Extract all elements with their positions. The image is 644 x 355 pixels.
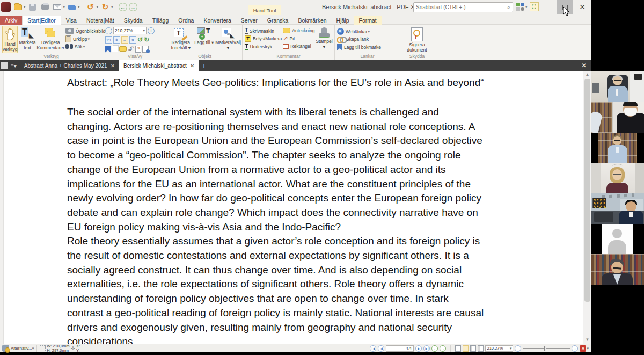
edit-content-button[interactable]: T Redigera Innehåll ▾ xyxy=(170,26,192,53)
page-size-icon xyxy=(40,345,46,351)
undo-button[interactable]: ↺ xyxy=(85,2,96,12)
statusbar-zoom-select[interactable]: 210,27%▾ xyxy=(485,345,513,352)
highlight-button[interactable]: TBelys/Markera xyxy=(245,35,282,42)
undo-dropdown[interactable]: ▾ xyxy=(97,5,99,9)
tab-list-menu-icon[interactable]: ≡▾ xyxy=(11,63,17,69)
snapshot-button[interactable]: Ögonblicksbild xyxy=(65,28,105,34)
redo-button[interactable]: ↻ xyxy=(100,2,111,12)
scroll-up-arrow[interactable]: ▲ xyxy=(583,71,591,78)
vertical-scrollbar[interactable]: ▲ ▼ xyxy=(583,71,591,344)
history-back-button[interactable]: ← xyxy=(119,3,127,11)
page-number-field[interactable]: 1/1 xyxy=(386,345,414,352)
properties-pane-icon[interactable] xyxy=(142,46,149,53)
open-dropdown[interactable]: ▾ xyxy=(24,5,26,9)
close-button[interactable]: ✕ xyxy=(574,0,590,14)
bookmarks-pane-icon[interactable] xyxy=(105,46,111,53)
zoom-in-button[interactable]: + xyxy=(148,27,155,34)
pdf-xchange-window: ▾ ▾ ▾ ↺▾ ↻▾ ← → Bersick Michalski_abstra… xyxy=(0,0,591,352)
arrow-tool-button[interactable]: ↗Pil xyxy=(283,35,314,42)
video-tile-3[interactable] xyxy=(591,133,644,163)
ribbon-tab-start-editor[interactable]: Start|Editor xyxy=(22,16,61,25)
zoom-slider-knob[interactable] xyxy=(544,346,546,351)
scroll-down-arrow[interactable]: ▼ xyxy=(583,336,591,344)
video-tile-4[interactable] xyxy=(591,163,644,193)
video-tile-2[interactable] xyxy=(591,102,644,133)
zoom-level-select[interactable]: 210,27%▾ xyxy=(113,27,147,34)
document-tab-1[interactable]: Abstract Anna + Charles May 2021✕ xyxy=(20,60,119,71)
options-gear-icon[interactable] xyxy=(2,345,9,352)
zoom-slider[interactable] xyxy=(523,345,570,352)
ui-options-dropdown[interactable]: ▾ xyxy=(525,5,528,9)
actual-size-button[interactable]: 1:1 xyxy=(105,36,112,44)
add-object-button[interactable]: T+ Lägg till ▾ xyxy=(193,26,216,53)
video-tile-5[interactable] xyxy=(591,193,644,224)
create-link-button[interactable]: Skapa länk xyxy=(337,37,381,42)
fullscreen-toggle-icon[interactable]: ⛶ xyxy=(530,2,539,11)
view-back-button[interactable]: ← xyxy=(431,345,438,352)
rotate-ccw-button[interactable]: ↺ xyxy=(137,36,143,44)
sign-document-button[interactable]: Signera dokument xyxy=(402,26,431,53)
fields-pane-icon[interactable]: 7a xyxy=(135,46,141,53)
quick-launch-search[interactable]: ⌕ xyxy=(413,2,513,12)
video-tile-1[interactable] xyxy=(591,71,644,102)
tabbar-close-icon[interactable]: ✕ xyxy=(581,62,587,69)
hand-tool-button[interactable]: Hand verktyg xyxy=(2,26,18,53)
underline-button[interactable]: TUnderstryk xyxy=(245,44,282,50)
rectangle-tool-button[interactable]: Rektangel xyxy=(283,44,314,49)
video-tile-7[interactable] xyxy=(591,254,644,285)
statusbar-zoom-in[interactable]: + xyxy=(572,345,578,352)
video-tile-6[interactable] xyxy=(591,224,644,254)
tab2-close-icon[interactable]: ✕ xyxy=(190,63,194,69)
fit-visible-button[interactable]: ❖ xyxy=(129,36,136,44)
single-page-layout-button[interactable] xyxy=(455,345,461,352)
fit-width-button[interactable]: ↔ xyxy=(121,36,128,44)
select-text-button[interactable]: T◣ Markera text xyxy=(19,26,35,53)
redo-dropdown[interactable]: ▾ xyxy=(111,5,113,9)
quick-launch-input[interactable] xyxy=(414,4,507,10)
last-page-button[interactable]: ▶| xyxy=(423,345,430,352)
prev-page-button[interactable]: ◀ xyxy=(378,345,384,352)
tab-panel-icon[interactable] xyxy=(1,62,8,69)
document-tab-2-active[interactable]: Bersick Michalski_abstract✕ xyxy=(119,60,199,71)
two-page-continuous-button[interactable] xyxy=(478,345,484,352)
attachments-pane-icon[interactable]: 🖇 xyxy=(128,45,134,53)
print-button[interactable] xyxy=(40,2,50,12)
weblinks-button[interactable]: Weblänkar▾ xyxy=(337,28,381,35)
edit-comments-button[interactable]: Redigera Kommentarer xyxy=(37,26,65,53)
statusbar-zoom-out[interactable]: − xyxy=(515,345,521,352)
typewriter-button[interactable]: TSkrivmaskin xyxy=(245,28,282,34)
new-tab-button[interactable]: + xyxy=(202,62,206,70)
document-view[interactable]: Abstract: „Role Theory Meets Geo-politic… xyxy=(0,71,591,344)
publish-button[interactable] xyxy=(67,2,77,12)
next-page-button[interactable]: ▶ xyxy=(415,345,422,352)
rotate-cw-button[interactable]: ↻ xyxy=(144,36,149,44)
zoom-out-button[interactable]: − xyxy=(105,27,112,34)
open-file-button[interactable] xyxy=(12,2,23,12)
thumbnails-pane-icon[interactable] xyxy=(112,46,118,52)
select-objects-button[interactable]: ◣ Markera/Välj ▾ xyxy=(216,26,240,53)
fit-page-button[interactable]: ✥ xyxy=(113,36,120,44)
two-page-layout-button[interactable] xyxy=(470,345,476,352)
stamp-button[interactable]: Stämpel▾ xyxy=(316,26,332,53)
publish-dropdown[interactable]: ▾ xyxy=(78,5,80,9)
adobe-dropdown[interactable]: ▾ xyxy=(587,346,589,351)
history-forward-button[interactable]: → xyxy=(129,3,137,11)
adobe-pdf-icon[interactable]: A xyxy=(580,345,586,352)
continuous-layout-button[interactable] xyxy=(463,345,469,352)
first-page-button[interactable]: |◀ xyxy=(370,345,376,352)
scrollbar-thumb[interactable] xyxy=(584,79,590,302)
options-dropdown[interactable]: Alternativ... ▾ xyxy=(11,346,34,351)
email-dropdown[interactable]: ▾ xyxy=(63,5,65,9)
ui-options-icon[interactable] xyxy=(516,3,524,11)
clipboard-icon xyxy=(65,35,71,42)
comments-pane-icon[interactable] xyxy=(119,46,127,52)
save-button[interactable] xyxy=(27,2,38,12)
clipboard-button[interactable]: Urklipp▾ xyxy=(65,35,105,42)
find-button[interactable]: Sök▾ xyxy=(65,44,105,49)
view-forward-button[interactable]: → xyxy=(440,345,446,352)
minimize-button[interactable]: — xyxy=(540,0,556,14)
sticky-note-button[interactable]: Anteckning xyxy=(283,28,314,33)
add-bookmark-button[interactable]: Lägg till bokmärke xyxy=(337,44,381,50)
tab1-close-icon[interactable]: ✕ xyxy=(111,63,115,69)
email-button[interactable] xyxy=(52,2,63,12)
